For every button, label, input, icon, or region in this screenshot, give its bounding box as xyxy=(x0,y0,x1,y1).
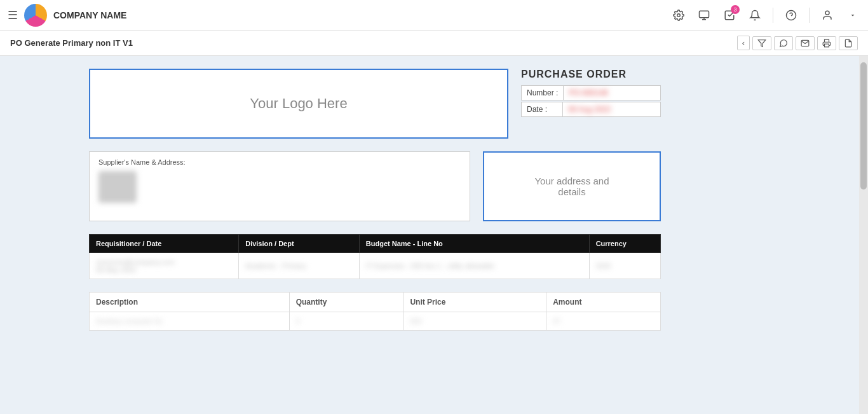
settings-icon[interactable] xyxy=(671,8,686,23)
cell-amount: 07 xyxy=(546,312,661,331)
navbar-left: ☰ COMPANY NAME xyxy=(8,4,671,27)
logo-placeholder-text: Your Logo Here xyxy=(250,95,347,112)
items-table: Description Quantity Unit Price Amount D… xyxy=(89,292,661,331)
svg-rect-8 xyxy=(825,44,829,47)
cell-division: Academic - Primary xyxy=(239,253,360,279)
main-content: Your Logo Here PURCHASE ORDER Number : P… xyxy=(0,56,868,414)
nav-divider-1 xyxy=(773,8,773,23)
cell-description: Desktop computer for xyxy=(90,312,290,331)
po-date-value: 06 Aug 2022 xyxy=(563,102,660,116)
col-header-unit-price: Unit Price xyxy=(403,293,546,312)
supplier-box: Supplier's Name & Address: xyxy=(89,151,470,221)
cell-budget: IT Expenses - 000 line 1 - utility allow… xyxy=(359,253,589,279)
store-icon[interactable] xyxy=(696,8,712,23)
table-row: Desktop computer for 0 000 07 xyxy=(90,312,661,331)
po-number-value: PO-000148 xyxy=(564,86,660,100)
col-header-description: Description xyxy=(90,293,290,312)
cell-unit-price: 000 xyxy=(403,312,546,331)
svg-point-0 xyxy=(677,13,681,17)
nav-divider-2 xyxy=(809,8,810,23)
print-button[interactable] xyxy=(817,36,836,50)
supplier-label: Supplier's Name & Address: xyxy=(98,158,461,166)
navbar: ☰ COMPANY NAME 3 xyxy=(0,0,868,31)
requisitioner-header-row: Requisitioner / Date Division / Dept Bud… xyxy=(90,235,661,253)
scrollbar-thumb[interactable] xyxy=(860,62,867,190)
filter-button[interactable] xyxy=(752,36,771,50)
po-date-label: Date : xyxy=(522,102,563,116)
col-header-quantity: Quantity xyxy=(289,293,403,312)
hamburger-icon[interactable]: ☰ xyxy=(8,8,18,22)
navbar-right: 3 xyxy=(671,8,860,23)
po-info-box: PURCHASE ORDER Number : PO-000148 Date :… xyxy=(521,69,661,118)
pdf-button[interactable] xyxy=(839,36,858,50)
top-section: Your Logo Here PURCHASE ORDER Number : P… xyxy=(89,69,661,139)
address-placeholder-text: Your address anddetails xyxy=(534,176,609,197)
svg-point-6 xyxy=(825,11,829,15)
cell-requisitioner: someone@company.com06 May 2022 xyxy=(90,253,239,279)
subheader: PO Generate Primary non IT V1 ‹ xyxy=(0,31,868,56)
subheader-actions: ‹ xyxy=(737,36,858,50)
document-container: Your Logo Here PURCHASE ORDER Number : P… xyxy=(89,69,661,331)
col-header-amount: Amount xyxy=(546,293,661,312)
address-box: Your address anddetails xyxy=(483,151,661,221)
notifications-icon[interactable] xyxy=(747,8,763,23)
page-title: PO Generate Primary non IT V1 xyxy=(10,38,133,48)
back-button[interactable]: ‹ xyxy=(737,36,750,50)
supplier-address-blurred xyxy=(98,171,137,203)
cell-currency: SGD xyxy=(589,253,660,279)
svg-rect-1 xyxy=(700,11,709,18)
po-number-label: Number : xyxy=(522,86,564,100)
col-header-requisitioner: Requisitioner / Date xyxy=(90,235,239,253)
items-header-row: Description Quantity Unit Price Amount xyxy=(90,293,661,312)
tasks-icon[interactable]: 3 xyxy=(722,8,737,23)
col-header-division: Division / Dept xyxy=(239,235,360,253)
col-header-budget: Budget Name - Line No xyxy=(359,235,589,253)
po-date-field: Date : 06 Aug 2022 xyxy=(521,102,661,117)
logo-box: Your Logo Here xyxy=(89,69,508,139)
help-icon[interactable] xyxy=(783,8,799,23)
po-number-field: Number : PO-000148 xyxy=(521,85,661,100)
cell-quantity: 0 xyxy=(289,312,403,331)
user-dropdown-icon[interactable] xyxy=(845,8,860,23)
whatsapp-button[interactable] xyxy=(774,36,793,50)
requisitioner-table: Requisitioner / Date Division / Dept Bud… xyxy=(89,234,661,279)
company-logo xyxy=(24,4,47,27)
col-header-currency: Currency xyxy=(589,235,660,253)
email-button[interactable] xyxy=(796,36,815,50)
tasks-badge: 3 xyxy=(731,5,740,14)
company-name-label: COMPANY NAME xyxy=(53,10,126,20)
table-row: someone@company.com06 May 2022 Academic … xyxy=(90,253,661,279)
user-icon[interactable] xyxy=(820,8,835,23)
svg-marker-7 xyxy=(758,39,766,46)
po-title: PURCHASE ORDER xyxy=(521,69,661,80)
address-section: Supplier's Name & Address: Your address … xyxy=(89,151,661,221)
scrollbar-track[interactable] xyxy=(859,56,868,414)
